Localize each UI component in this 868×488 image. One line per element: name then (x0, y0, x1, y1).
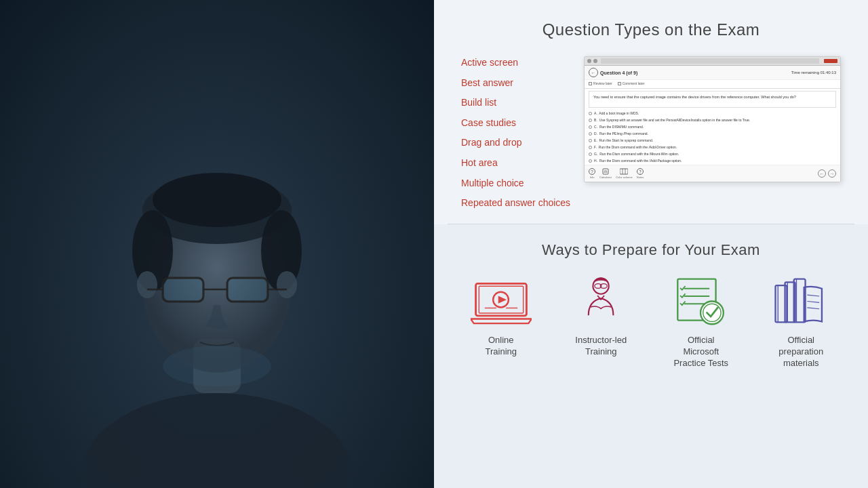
question-types-list: Active screen Best answer Build list Cas… (461, 56, 570, 210)
exam-option-c[interactable]: C. Run the DISM/MU command. (589, 125, 836, 129)
svg-rect-24 (606, 172, 608, 173)
review-later-checkbox[interactable]: Review later (589, 81, 612, 85)
comment-later-label: Comment later (623, 81, 645, 85)
qt-best-answer[interactable]: Best answer (461, 77, 570, 90)
svg-line-54 (808, 308, 820, 309)
question-text-content: You need to ensure that the captured ima… (593, 94, 831, 100)
radio-h (589, 159, 592, 163)
exam-options-list: A. Add a boot image in WDS. B. Use Syspr… (585, 110, 840, 165)
online-training-icon (471, 276, 532, 327)
instructor-icon (570, 276, 631, 327)
online-training-label: OnlineTraining (486, 335, 517, 358)
prep-materials-label: Officialpreparationmaterials (778, 335, 823, 369)
radio-f (589, 146, 592, 149)
qt-multiple-choice[interactable]: Multiple choice (461, 177, 570, 190)
exam-screenshot: ← Question 4 (of 9) Time remaining 01:40… (584, 56, 841, 182)
svg-point-17 (163, 346, 271, 386)
header-close-area (824, 59, 837, 63)
exam-option-f[interactable]: F. Run the Dism command with the /Add-Dr… (589, 145, 836, 150)
exam-footer-icons: ? Info Calculator Color scheme (589, 168, 644, 179)
radio-a (589, 112, 592, 115)
info-icon-button[interactable]: ? Info (589, 168, 595, 179)
svg-rect-14 (229, 279, 267, 300)
svg-point-29 (640, 174, 641, 174)
right-panel: Question Types on the Exam Active screen… (434, 0, 868, 488)
exam-option-g[interactable]: G. Run the Dism command with the /Mount-… (589, 152, 836, 157)
qt-hot-area[interactable]: Hot area (461, 157, 570, 170)
calculator-icon-button[interactable]: Calculator (599, 168, 612, 179)
exam-back-button[interactable]: ← (589, 68, 598, 77)
exam-footer: ? Info Calculator Color scheme (585, 165, 840, 182)
qt-case-studies[interactable]: Case studies (461, 117, 570, 130)
svg-rect-22 (604, 172, 606, 173)
qt-active-screen[interactable]: Active screen (461, 56, 570, 70)
prepare-item-instructor: Instructor-ledTraining (557, 276, 645, 358)
exam-nav-buttons: ← → (818, 169, 836, 178)
exam-time-remaining: Time remaining 01:40:13 (791, 70, 836, 75)
prepare-title: Ways to Prepare for Your Exam (454, 241, 848, 259)
prep-materials-icon (770, 276, 831, 327)
question-types-content: Active screen Best answer Build list Cas… (461, 56, 841, 210)
svg-line-53 (808, 301, 820, 302)
svg-rect-20 (603, 169, 608, 174)
review-later-label: Review later (593, 81, 612, 85)
exam-option-e[interactable]: E. Run the Start /w sysprep command. (589, 138, 836, 143)
svg-text:?: ? (591, 169, 593, 174)
svg-rect-13 (164, 279, 202, 300)
prepare-items-row: OnlineTraining (454, 276, 848, 369)
svg-point-8 (137, 271, 157, 298)
exam-question-num: ← Question 4 (of 9) (589, 68, 637, 77)
question-types-section: Question Types on the Exam Active screen… (434, 0, 868, 224)
prepare-section: Ways to Prepare for Your Exam (434, 224, 868, 488)
color-scheme-icon-button[interactable]: Color scheme (616, 168, 633, 179)
svg-point-5 (153, 173, 281, 227)
svg-point-44 (701, 301, 724, 324)
exam-option-d[interactable]: D. Run the PEImg /Prep command. (589, 131, 836, 136)
left-panel (0, 0, 434, 488)
exam-next-button[interactable]: → (828, 169, 836, 178)
exam-option-h[interactable]: H. Run the Dism command with the /Add-Pa… (589, 159, 836, 163)
header-dot-1 (587, 59, 591, 63)
radio-c (589, 125, 592, 129)
exam-question-header: ← Question 4 (of 9) Time remaining 01:40… (585, 66, 840, 80)
prepare-item-practice-tests: OfficialMicrosoftPractice Tests (657, 276, 745, 369)
radio-b (589, 119, 592, 122)
review-checkbox-box (589, 82, 592, 85)
exam-divider-1 (585, 88, 840, 89)
qt-drag-and-drop[interactable]: Drag and drop (461, 136, 570, 150)
radio-g (589, 152, 592, 156)
comment-later-checkbox[interactable]: Comment later (618, 81, 645, 85)
prepare-item-prep-materials: Officialpreparationmaterials (757, 276, 845, 369)
header-bar (601, 58, 819, 64)
svg-point-9 (277, 271, 297, 298)
qt-repeated-answer-choices[interactable]: Repeated answer choices (461, 197, 570, 210)
exam-option-a[interactable]: A. Add a boot image in WDS. (589, 111, 836, 116)
practice-tests-icon (671, 276, 732, 327)
svg-marker-33 (498, 296, 506, 303)
radio-e (589, 139, 592, 142)
instructor-label: Instructor-ledTraining (575, 335, 627, 358)
prepare-item-online-training: OnlineTraining (457, 276, 545, 358)
exam-checkboxes: Review later Comment later (585, 80, 840, 87)
svg-rect-23 (605, 172, 606, 173)
svg-rect-25 (620, 169, 628, 174)
exam-question-text: You need to ensure that the captured ima… (589, 91, 836, 108)
question-types-title: Question Types on the Exam (461, 20, 841, 39)
exam-header-bar (585, 57, 840, 66)
header-dot-2 (593, 59, 597, 63)
exam-option-b[interactable]: B. Use Sysprep with an answer file and s… (589, 118, 836, 123)
svg-line-52 (808, 295, 820, 296)
comment-checkbox-box (618, 82, 621, 85)
question-number-label: Question 4 (of 9) (600, 70, 637, 75)
radio-d (589, 132, 592, 136)
qt-build-list[interactable]: Build list (461, 96, 570, 110)
notes-icon-button[interactable]: Notes (637, 168, 644, 179)
exam-previous-button[interactable]: ← (818, 169, 826, 178)
practice-tests-label: OfficialMicrosoftPractice Tests (673, 335, 728, 369)
